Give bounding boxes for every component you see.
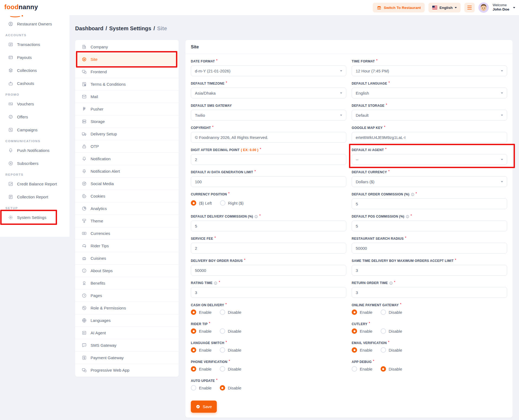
return-order-time-input[interactable] — [352, 287, 507, 298]
menu-item-social-media[interactable]: Social Media — [75, 177, 179, 190]
user-menu-chevron-icon[interactable] — [513, 7, 515, 8]
time-format-select[interactable]: 12 Hour (7:45 PM) — [352, 65, 507, 76]
sidebar-item-transactions[interactable]: Transactions — [0, 38, 69, 51]
radio-unselected[interactable] — [352, 366, 357, 372]
restaurant-search-radius-input[interactable] — [352, 243, 507, 254]
cutlery-disable[interactable]: Disable — [381, 328, 402, 334]
sidebar-item-collections[interactable]: Collections — [0, 64, 69, 77]
radio-selected[interactable] — [352, 309, 357, 315]
save-button[interactable]: Save — [191, 401, 217, 413]
currency-position-right-option[interactable]: Right ($) — [220, 200, 244, 206]
menu-item-progressive-web-app[interactable]: Progressive Web App — [75, 364, 179, 376]
radio-unselected[interactable] — [220, 328, 225, 334]
default-currency-select[interactable]: Dollars ($) — [352, 176, 507, 187]
sidebar-item-system-settings[interactable]: System Settings — [0, 211, 69, 224]
menu-item-mail[interactable]: Mail — [75, 90, 179, 103]
menu-item-terms-conditions[interactable]: Terms & Conditions — [75, 78, 179, 90]
default-ai-agent-select[interactable]: -- — [352, 154, 507, 165]
menu-item-ai-agent[interactable]: AI Agent — [75, 326, 179, 339]
rider-tip-enable[interactable]: Enable — [191, 328, 212, 334]
menu-item-site[interactable]: Site — [75, 53, 179, 65]
online-payment-gateway-disable[interactable]: Disable — [381, 309, 402, 315]
auto-update-enable[interactable]: Enable — [191, 385, 212, 391]
cash-on-delivery-disable[interactable]: Disable — [220, 309, 241, 315]
radio-selected[interactable] — [352, 347, 357, 353]
breadcrumb-system-settings[interactable]: System Settings — [109, 25, 151, 32]
menu-toggle-button[interactable] — [464, 3, 475, 12]
breadcrumb-dashboard[interactable]: Dashboard — [75, 25, 103, 32]
phone-verification-enable[interactable]: Enable — [191, 366, 212, 372]
sidebar-item-collection-report[interactable]: Collection Report — [0, 190, 69, 203]
radio-unselected[interactable] — [381, 328, 386, 334]
menu-item-otp[interactable]: OTP — [75, 140, 179, 152]
sidebar-item-vouchers[interactable]: Vouchers — [0, 97, 69, 110]
menu-item-sms-gateway[interactable]: SMS Gateway — [75, 339, 179, 351]
radio-unselected[interactable] — [220, 366, 225, 372]
service-fee-input[interactable] — [191, 243, 346, 254]
language-switch-enable[interactable]: Enable — [191, 347, 212, 353]
radio-selected[interactable] — [191, 328, 196, 334]
currency-position-left-option[interactable]: ($) Left — [191, 200, 212, 206]
menu-item-currencies[interactable]: Currencies — [75, 227, 179, 239]
auto-update-disable[interactable]: Disable — [220, 385, 241, 391]
rider-tip-disable[interactable]: Disable — [220, 328, 241, 334]
cash-on-delivery-enable[interactable]: Enable — [191, 309, 212, 315]
menu-item-pusher[interactable]: Pusher — [75, 103, 179, 115]
menu-item-company[interactable]: Company — [75, 41, 179, 53]
menu-item-languages[interactable]: Languages — [75, 314, 179, 326]
app-debug-disable[interactable]: Disable — [381, 366, 402, 372]
menu-item-about-steps[interactable]: About Steps — [75, 264, 179, 277]
menu-item-notification-alert[interactable]: Notification Alert — [75, 165, 179, 177]
default-pos-commission-input[interactable] — [352, 221, 507, 231]
radio-selected[interactable] — [191, 347, 196, 353]
user-avatar[interactable] — [478, 2, 489, 13]
menu-item-frontend[interactable]: Frontend — [75, 65, 179, 78]
sidebar-item-push-notifications[interactable]: Push Notifications — [0, 144, 69, 157]
app-debug-enable[interactable]: Enable — [352, 366, 372, 372]
menu-item-delivery-setup[interactable]: Delivery Setup — [75, 128, 179, 140]
sidebar-item-cashouts[interactable]: Cashouts — [0, 77, 69, 90]
menu-item-analytics[interactable]: Analytics — [75, 202, 179, 215]
sidebar-item-subscribers[interactable]: Subscribers — [0, 157, 69, 170]
delivery-boy-order-radius-input[interactable] — [191, 265, 346, 276]
menu-item-cuisines[interactable]: Cuisines — [75, 252, 179, 264]
sidebar-item-restaurant-owners[interactable]: Restaurant Owners — [0, 17, 69, 30]
radio-selected[interactable] — [381, 366, 386, 372]
sidebar-item-credit-balance-report[interactable]: Credit Balance Report — [0, 177, 69, 190]
radio-selected[interactable] — [191, 366, 196, 372]
menu-item-payment-gateway[interactable]: Payment Gateway — [75, 351, 179, 364]
date-format-select[interactable]: d-m-Y (21-01-2026) — [191, 65, 346, 76]
menu-item-pages[interactable]: Pages — [75, 289, 179, 302]
radio-selected[interactable] — [191, 309, 196, 315]
google-map-key-input[interactable] — [352, 132, 507, 143]
same-time-limit-input[interactable] — [352, 265, 507, 276]
default-sms-gateway-select[interactable]: Twilio — [191, 110, 346, 121]
sidebar-item-payouts[interactable]: Payouts — [0, 51, 69, 64]
email-verification-enable[interactable]: Enable — [352, 347, 372, 353]
user-greeting[interactable]: Welcome John Doe — [493, 3, 509, 12]
language-switch-disable[interactable]: Disable — [220, 347, 241, 353]
radio-unselected[interactable] — [220, 200, 225, 206]
menu-item-role-permissions[interactable]: Role & Permissions — [75, 302, 179, 314]
radio-unselected[interactable] — [220, 347, 225, 353]
menu-item-cookies[interactable]: Cookies — [75, 190, 179, 202]
default-order-commission-input[interactable] — [352, 198, 507, 209]
radio-selected[interactable] — [220, 385, 225, 391]
default-timezone-select[interactable]: Asia/Dhaka — [191, 88, 346, 98]
online-payment-gateway-enable[interactable]: Enable — [352, 309, 372, 315]
radio-unselected[interactable] — [381, 347, 386, 353]
phone-verification-disable[interactable]: Disable — [220, 366, 241, 372]
digit-after-decimal-point-input[interactable] — [191, 154, 346, 165]
language-selector[interactable]: English — [428, 3, 461, 12]
default-storage-select[interactable]: Default — [352, 110, 507, 121]
sidebar-item-campaigns[interactable]: Campaigns — [0, 123, 69, 136]
sidebar-item-offers[interactable]: Offers — [0, 110, 69, 123]
radio-unselected[interactable] — [191, 385, 196, 391]
copyright-input[interactable] — [191, 132, 346, 143]
menu-item-rider-tips[interactable]: Rider Tips — [75, 239, 179, 252]
radio-unselected[interactable] — [381, 309, 386, 315]
radio-selected[interactable] — [352, 328, 357, 334]
menu-item-theme[interactable]: Theme — [75, 215, 179, 227]
default-language-select[interactable]: English — [352, 88, 507, 98]
brand-logo[interactable]: foodnanny — [4, 3, 38, 11]
